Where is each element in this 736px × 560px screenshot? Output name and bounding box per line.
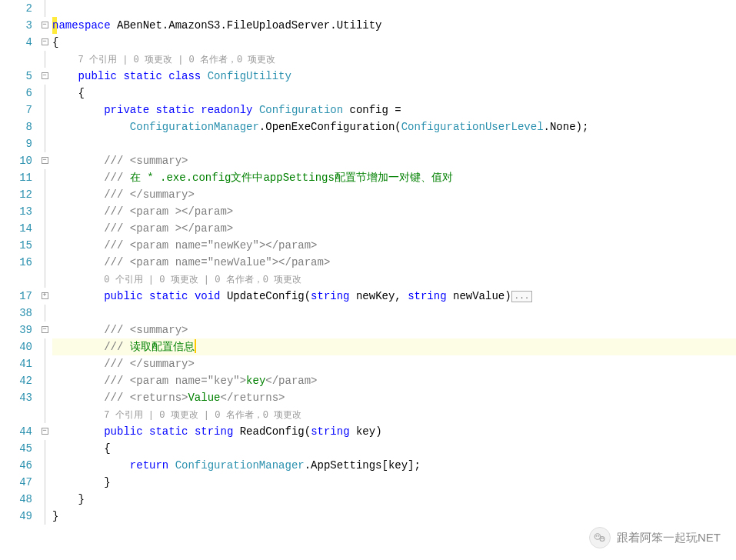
fold-toggle[interactable]: − — [37, 68, 52, 85]
fold-toggle[interactable]: − — [37, 34, 52, 51]
fold-toggle — [37, 457, 52, 474]
code-line[interactable]: public static class ConfigUtility — [52, 68, 736, 85]
code-line[interactable]: { — [52, 85, 736, 102]
code-line[interactable]: 0 个引用 | 0 项更改 | 0 名作者，0 项更改 — [52, 271, 736, 288]
fold-toggle — [37, 305, 52, 322]
code-line[interactable]: { — [52, 440, 736, 457]
line-number: 14 — [0, 220, 32, 237]
line-number: 39 — [0, 322, 32, 338]
code-line[interactable]: 7 个引用 | 0 项更改 | 0 名作者，0 项更改 — [52, 406, 736, 423]
code-line[interactable]: /// </summary> — [52, 355, 736, 372]
code-editor[interactable]: 2345678910111213141516173839404142434445… — [0, 0, 736, 560]
code-line[interactable]: { — [52, 34, 736, 51]
line-number: 2 — [0, 0, 32, 17]
fold-toggle — [37, 135, 52, 152]
line-number-gutter: 2345678910111213141516173839404142434445… — [0, 0, 37, 560]
fold-toggle — [37, 237, 52, 254]
code-line[interactable]: /// 读取配置信息 — [52, 338, 736, 355]
svg-point-5 — [603, 538, 604, 538]
code-line[interactable]: /// <param name="newValue"></param> — [52, 254, 736, 271]
fold-toggle[interactable]: − — [37, 17, 52, 34]
code-line[interactable]: private static readonly Configuration co… — [52, 102, 736, 118]
line-number: 46 — [0, 457, 32, 474]
line-number — [0, 271, 32, 288]
code-area[interactable]: namespace ABenNet.AmazonS3.FileUploadSer… — [52, 0, 736, 560]
fold-toggle — [37, 102, 52, 118]
code-line[interactable] — [52, 305, 736, 322]
code-line[interactable]: public static void UpdateConfig(string n… — [52, 288, 736, 305]
fold-toggle — [37, 389, 52, 406]
fold-toggle — [37, 254, 52, 271]
collapsed-region[interactable]: ... — [511, 291, 533, 302]
line-number: 40 — [0, 338, 32, 355]
svg-point-2 — [596, 535, 597, 536]
fold-toggle[interactable]: − — [37, 322, 52, 338]
line-number: 7 — [0, 102, 32, 118]
line-number: 41 — [0, 355, 32, 372]
line-number: 43 — [0, 389, 32, 406]
fold-toggle — [37, 372, 52, 389]
code-line[interactable] — [52, 0, 736, 17]
code-line[interactable]: namespace ABenNet.AmazonS3.FileUploadSer… — [52, 17, 736, 34]
code-line[interactable]: /// 在 * .exe.config文件中appSettings配置节增加一对… — [52, 169, 736, 186]
line-number: 5 — [0, 68, 32, 85]
line-number: 17 — [0, 288, 32, 305]
fold-toggle — [37, 355, 52, 372]
line-number: 49 — [0, 508, 32, 525]
svg-point-4 — [601, 538, 602, 538]
code-line[interactable]: public static string ReadConfig(string k… — [52, 423, 736, 440]
line-number: 6 — [0, 85, 32, 102]
line-number: 48 — [0, 491, 32, 508]
line-number: 16 — [0, 254, 32, 271]
line-number: 10 — [0, 152, 32, 169]
code-line[interactable]: /// </summary> — [52, 186, 736, 203]
code-line[interactable]: return ConfigurationManager.AppSettings[… — [52, 457, 736, 474]
code-line[interactable]: /// <returns>Value</returns> — [52, 389, 736, 406]
fold-toggle — [37, 169, 52, 186]
line-number: 12 — [0, 186, 32, 203]
line-number: 45 — [0, 440, 32, 457]
line-number: 4 — [0, 34, 32, 51]
code-line[interactable]: /// <summary> — [52, 152, 736, 169]
code-line[interactable]: } — [52, 508, 736, 525]
line-number — [0, 51, 32, 68]
svg-point-1 — [600, 537, 604, 542]
code-line[interactable]: /// <param name="newKey"></param> — [52, 237, 736, 254]
fold-toggle — [37, 508, 52, 525]
fold-toggle — [37, 406, 52, 423]
fold-toggle — [37, 118, 52, 135]
code-line[interactable] — [52, 135, 736, 152]
code-line[interactable]: /// <param ></param> — [52, 203, 736, 220]
code-line[interactable]: 7 个引用 | 0 项更改 | 0 名作者，0 项更改 — [52, 51, 736, 68]
code-line[interactable]: /// <param name="key">key</param> — [52, 372, 736, 389]
fold-toggle — [37, 85, 52, 102]
code-line[interactable]: } — [52, 474, 736, 491]
code-line[interactable]: /// <summary> — [52, 322, 736, 338]
line-number: 44 — [0, 423, 32, 440]
code-line[interactable]: ConfigurationManager.OpenExeConfiguratio… — [52, 118, 736, 135]
fold-toggle — [37, 0, 52, 17]
fold-toggle — [37, 186, 52, 203]
line-number: 13 — [0, 203, 32, 220]
fold-toggle[interactable]: − — [37, 423, 52, 440]
fold-toggle — [37, 474, 52, 491]
watermark: 跟着阿笨一起玩NET — [589, 527, 721, 548]
fold-toggle[interactable]: + — [37, 288, 52, 305]
line-number: 38 — [0, 305, 32, 322]
code-line[interactable]: /// <param ></param> — [52, 220, 736, 237]
watermark-text: 跟着阿笨一起玩NET — [617, 531, 721, 545]
fold-toggle — [37, 51, 52, 68]
fold-toggle — [37, 220, 52, 237]
line-number: 15 — [0, 237, 32, 254]
fold-toggle — [37, 491, 52, 508]
line-number: 9 — [0, 135, 32, 152]
fold-toggle — [37, 203, 52, 220]
fold-toggle — [37, 440, 52, 457]
svg-point-3 — [598, 535, 599, 536]
code-line[interactable]: } — [52, 491, 736, 508]
fold-toggle — [37, 271, 52, 288]
line-number: 8 — [0, 118, 32, 135]
fold-toggle[interactable]: − — [37, 152, 52, 169]
fold-gutter[interactable]: −−−−+−− — [37, 0, 52, 560]
fold-toggle — [37, 338, 52, 355]
